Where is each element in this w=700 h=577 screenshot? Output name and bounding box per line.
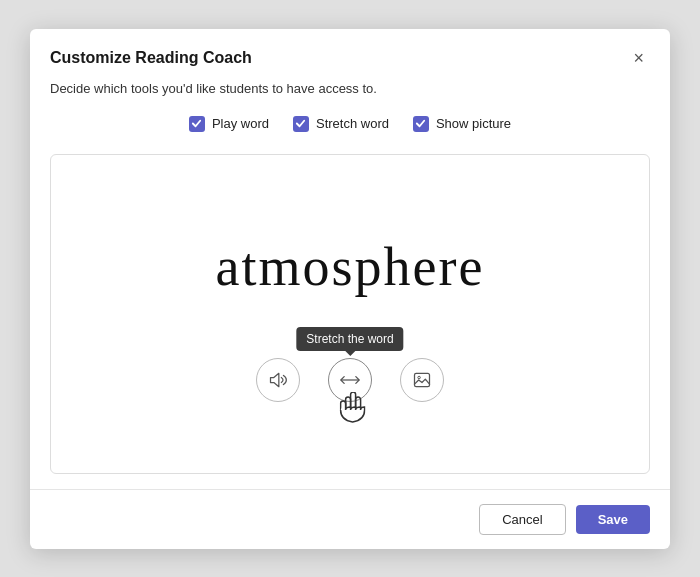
svg-rect-6 [415, 373, 430, 386]
close-button[interactable]: × [627, 47, 650, 69]
stretch-tooltip: Stretch the word [296, 327, 403, 351]
image-icon [412, 370, 432, 390]
dialog-footer: Cancel Save [30, 489, 670, 549]
svg-marker-0 [271, 373, 279, 386]
show-picture-checkbox-item[interactable]: Show picture [413, 116, 511, 132]
svg-point-7 [418, 376, 421, 379]
dialog-header: Customize Reading Coach × [30, 29, 670, 77]
show-picture-button[interactable] [400, 358, 444, 402]
toolbar-row: Play word Stretch word Show picture [30, 108, 670, 144]
play-word-label: Play word [212, 116, 269, 131]
stretch-word-checkbox-item[interactable]: Stretch word [293, 116, 389, 132]
save-button[interactable]: Save [576, 505, 650, 534]
cursor-hand-icon [340, 392, 366, 430]
play-word-button[interactable] [256, 358, 300, 402]
dialog-subtitle: Decide which tools you'd like students t… [30, 77, 670, 108]
play-word-checkbox-item[interactable]: Play word [189, 116, 269, 132]
controls-row: Stretch the word [256, 358, 444, 402]
play-word-checkbox[interactable] [189, 116, 205, 132]
show-picture-label: Show picture [436, 116, 511, 131]
stretch-icon [340, 373, 360, 387]
stretch-word-label: Stretch word [316, 116, 389, 131]
show-picture-checkbox[interactable] [413, 116, 429, 132]
stretch-word-checkbox[interactable] [293, 116, 309, 132]
word-display: atmosphere [216, 236, 485, 298]
speaker-icon [268, 370, 288, 390]
dialog-title: Customize Reading Coach [50, 49, 252, 67]
preview-area: atmosphere Stretch the word [50, 154, 650, 474]
stretch-word-button-container: Stretch the word [328, 358, 372, 402]
cancel-button[interactable]: Cancel [479, 504, 565, 535]
customize-dialog: Customize Reading Coach × Decide which t… [30, 29, 670, 549]
